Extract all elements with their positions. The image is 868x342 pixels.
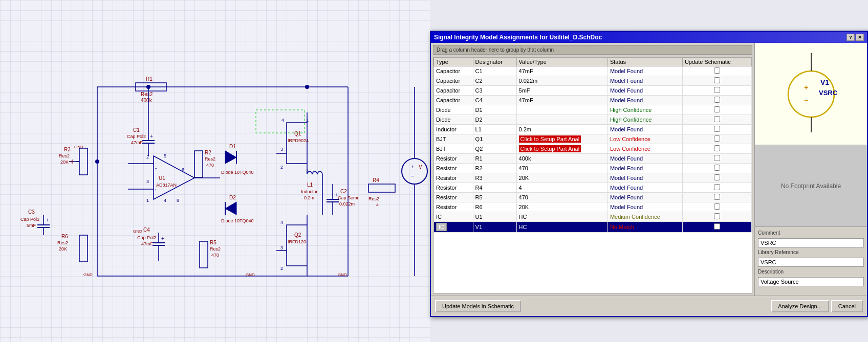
dialog-titlebar-buttons: ? ✕	[847, 34, 864, 41]
svg-text:−: −	[155, 166, 157, 171]
cancel-button[interactable]: Cancel	[831, 300, 863, 312]
svg-point-127	[305, 85, 309, 89]
table-row[interactable]: ResistorR2470Model Found	[434, 164, 752, 173]
svg-text:GND: GND	[74, 145, 83, 149]
svg-text:4: 4	[376, 202, 379, 208]
svg-rect-51	[194, 151, 203, 177]
svg-text:6: 6	[182, 167, 184, 172]
col-designator[interactable]: Designator	[473, 58, 516, 66]
svg-text:R4: R4	[373, 177, 379, 183]
svg-text:Diode 10TQ040: Diode 10TQ040	[221, 218, 254, 223]
component-table-container[interactable]: Type Designator Value/Type Status Update…	[433, 57, 752, 293]
svg-rect-69	[287, 225, 307, 266]
svg-text:IRFD120: IRFD120	[288, 239, 306, 244]
svg-text:3: 3	[146, 179, 149, 184]
svg-rect-114	[200, 241, 208, 268]
left-panel: Drag a column header here to group by th…	[431, 43, 754, 316]
right-panel: + − V1 VSRC No Footprint Available Comme…	[754, 43, 867, 316]
comment-value: VSRC	[758, 238, 864, 247]
svg-text:47mF: 47mF	[141, 241, 154, 246]
col-status[interactable]: Status	[607, 58, 682, 66]
description-label: Description	[758, 269, 864, 275]
svg-rect-59	[287, 123, 307, 164]
col-type[interactable]: Type	[434, 58, 473, 66]
svg-text:IRFD9024: IRFD9024	[288, 138, 309, 143]
svg-text:3: 3	[280, 245, 283, 250]
table-row[interactable]: ResistorR44Model Found	[434, 183, 752, 193]
bottom-bar: Update Models in Schematic Analyze Desig…	[431, 295, 867, 316]
svg-text:470: 470	[206, 163, 214, 168]
svg-text:20K: 20K	[59, 246, 67, 252]
svg-rect-125	[256, 110, 305, 133]
svg-point-99	[402, 158, 427, 184]
svg-text:V: V	[419, 164, 422, 170]
svg-text:−: −	[411, 173, 414, 179]
svg-text:0.2m: 0.2m	[304, 195, 314, 200]
svg-text:V1: V1	[820, 78, 829, 86]
svg-text:470: 470	[211, 253, 219, 258]
svg-text:Cap Pol2: Cap Pol2	[20, 217, 39, 222]
svg-text:GND: GND	[83, 272, 93, 277]
svg-text:2: 2	[280, 266, 283, 271]
svg-text:Q2: Q2	[294, 232, 301, 238]
table-row[interactable]: CapacitorC20.022mModel Found	[434, 76, 752, 86]
signal-integrity-dialog: Signal Integrity Model Assignments for U…	[430, 31, 868, 317]
svg-text:VSRC: VSRC	[819, 89, 838, 97]
svg-text:4: 4	[280, 220, 283, 225]
svg-text:8: 8	[177, 198, 179, 203]
svg-text:Res2: Res2	[57, 240, 68, 245]
table-row[interactable]: CapacitorC447mFModel Found	[434, 96, 752, 105]
svg-text:GND: GND	[338, 272, 347, 277]
table-row[interactable]: DiodeD1High Confidence	[434, 105, 752, 115]
svg-rect-118	[79, 235, 88, 262]
svg-text:Res2: Res2	[368, 196, 379, 201]
library-ref-label: Library Reference	[758, 249, 864, 255]
close-button[interactable]: ✕	[856, 34, 864, 41]
svg-text:Cap Pol2: Cap Pol2	[137, 235, 156, 240]
svg-text:4: 4	[281, 118, 284, 123]
svg-text:GND: GND	[246, 272, 255, 277]
footprint-preview: No Footprint Available	[755, 145, 867, 227]
col-value[interactable]: Value/Type	[516, 58, 607, 66]
svg-text:C3: C3	[28, 209, 35, 215]
svg-text:+: +	[335, 192, 338, 198]
svg-point-126	[146, 85, 150, 89]
svg-marker-78	[225, 202, 236, 215]
svg-text:L1: L1	[307, 182, 313, 188]
description-value: Voltage Source	[758, 277, 864, 286]
table-row[interactable]: ResistorR5470Model Found	[434, 193, 752, 202]
table-row[interactable]: DiodeD2High Confidence	[434, 115, 752, 125]
library-ref-value: VSRC	[758, 258, 864, 267]
table-row[interactable]: BJTQ1Click to Setup Part AnalLow Confide…	[434, 134, 752, 144]
table-row[interactable]: ICU1HCMedium Confidence	[434, 212, 752, 222]
table-row[interactable]: InductorL10.2mModel Found	[434, 125, 752, 134]
dialog-title: Signal Integrity Model Assignments for U…	[434, 34, 602, 41]
svg-text:R2: R2	[205, 150, 211, 155]
svg-text:U1: U1	[159, 175, 165, 181]
analyze-design-button[interactable]: Analyze Design...	[771, 300, 829, 312]
dialog-titlebar: Signal Integrity Model Assignments for U…	[431, 32, 867, 43]
svg-rect-95	[368, 184, 395, 192]
update-models-button[interactable]: Update Models in Schematic	[435, 300, 521, 312]
table-row[interactable]: CapacitorC35mFModel Found	[434, 86, 752, 96]
svg-point-128	[95, 159, 99, 164]
help-button[interactable]: ?	[847, 34, 855, 41]
table-row[interactable]: BJTQ2Click to Setup Part AnalLow Confide…	[434, 144, 752, 154]
svg-text:5: 5	[164, 153, 166, 158]
table-row[interactable]: ResistorR320KModel Found	[434, 173, 752, 183]
svg-rect-41	[79, 148, 88, 175]
col-update[interactable]: Update Schematic	[682, 58, 751, 66]
table-row[interactable]: ResistorR620KModel Found	[434, 202, 752, 212]
svg-text:400k: 400k	[141, 98, 153, 103]
table-row[interactable]: ResistorR1400kModel Found	[434, 154, 752, 164]
svg-text:2: 2	[280, 165, 283, 170]
svg-text:Res2: Res2	[141, 92, 153, 97]
svg-text:0.022m: 0.022m	[339, 201, 355, 207]
svg-text:20K: 20K	[60, 159, 69, 165]
table-row[interactable]: ICV1HCNo Match	[434, 222, 752, 233]
svg-marker-55	[225, 151, 236, 164]
table-row[interactable]: CapacitorC147mFModel Found	[434, 66, 752, 76]
svg-text:Inductor: Inductor	[301, 189, 318, 194]
svg-text:47mF: 47mF	[131, 140, 143, 145]
svg-text:R5: R5	[210, 240, 216, 245]
